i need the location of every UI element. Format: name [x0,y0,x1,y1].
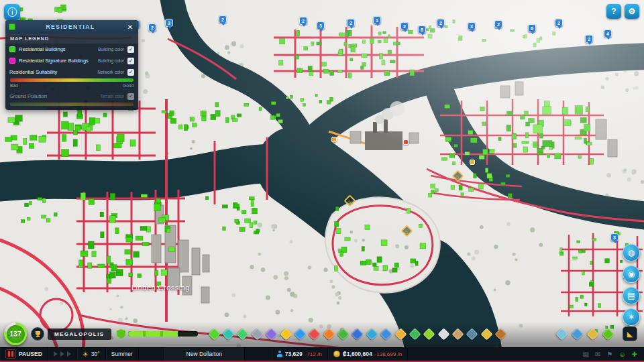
toolbar-economy-panel-icon[interactable] [586,328,598,340]
milestone-label[interactable]: MEGALOPOLIS [48,328,111,340]
photo-mode-button[interactable]: ◉ [623,265,640,283]
legend-mode: Network color [97,70,124,74]
help-button[interactable]: ? [606,4,621,19]
toolbar-tourism-icon[interactable] [495,328,507,340]
toolbar-water-sewage-icon[interactable] [294,328,306,340]
level-badge[interactable]: 137 [4,322,27,345]
weather-section: ☀ 30° [77,347,106,361]
journal-icon[interactable]: ▤ [583,351,589,358]
toolbar-statistics-icon[interactable] [571,328,583,340]
legend-mode: Building color [98,47,124,52]
health-icon[interactable]: ✚ [632,351,637,358]
xp-shield-icon [117,329,125,339]
temperature-value: 30° [91,351,100,357]
toolbar-terraforming-icon[interactable] [451,328,464,340]
close-icon[interactable]: ✕ [125,23,135,31]
speed-controls [48,347,77,361]
toolbar-parks-icon[interactable] [409,328,421,340]
legend-label: Residential Signature Buildings [19,58,95,64]
milestone-flag-icon[interactable]: ⚑ [606,351,612,358]
suitability-gradient [10,78,133,82]
population-icon [277,351,282,357]
toolbar-communications-icon[interactable] [394,328,407,340]
pause-label: PAUSED [19,351,42,357]
level-number: 137 [7,325,25,343]
toolbar-electricity-icon[interactable] [280,328,292,340]
residential-infoview-panel: RESIDENTIAL ✕ MAP LEGEND Residential Bui… [5,20,138,110]
bulldozer-button[interactable]: ◣ [623,326,637,341]
game-screen: Linden Crossing 223223212823262243⌂⌂⌂ ⓘ … [0,0,644,362]
legend-label: Residential Buildings [19,46,95,52]
legend-mode: Building color [98,58,124,63]
toolbar-districts-icon[interactable] [222,328,234,340]
map-options-button[interactable]: ◍ [623,244,640,261]
status-bar: PAUSED ☀ 30° Summer New Dollarton 73,629… [0,347,644,361]
main-toolbar: 137 MEGALOPOLIS ◣ [0,322,644,346]
suitability-checkbox[interactable]: ✓ [127,69,134,76]
toolbar-signature-buildings-icon[interactable] [237,328,249,340]
toolbar-garbage-icon[interactable] [337,328,349,340]
time-controls: PAUSED [0,347,48,361]
sun-icon: ☀ [83,351,89,358]
notes-button[interactable]: ▤ [623,287,640,304]
city-name[interactable]: New Dollarton [164,347,245,361]
scale-bad-label: Bad [10,83,18,88]
legend-row-signature: Residential Signature Buildings Building… [5,55,138,66]
toolbar-progression-icon[interactable] [602,328,614,340]
residential-checkbox[interactable]: ✓ [127,46,134,53]
toolbar-recreation-icon[interactable] [423,328,435,340]
toolbar-roads-icon[interactable] [251,328,263,340]
pollution-gradient [10,103,133,106]
population-section[interactable]: 73,629 -712 /h [272,347,328,361]
legend-header: RESIDENTIAL ✕ [5,20,138,34]
legend-row-pollution: Ground Pollution Terrain color ✓ [5,90,138,102]
residential-swatch [9,46,15,52]
toolbar-photo-mode-icon[interactable] [555,328,568,340]
toolbar-information-icon[interactable] [437,328,449,340]
xp-progress-bar[interactable] [128,331,198,337]
toolbar-police-icon[interactable] [352,328,364,340]
pause-button[interactable] [5,349,16,359]
toolbar-education-icon[interactable] [366,328,378,340]
settings-gear-button[interactable]: ⚙ [625,4,639,19]
population-rate: -712 /h [305,351,322,357]
toolbar-zones-icon[interactable] [208,328,220,340]
xp-progress-fill [128,331,178,337]
money-rate: -138,699 /h [375,351,402,357]
speed-1-button[interactable] [54,351,58,357]
toolbar-economy-icon[interactable] [480,328,492,340]
toolbar-special-icon[interactable] [266,328,278,340]
toolbar-fire-rescue-icon[interactable] [323,328,335,340]
residential-zone-icon [9,23,15,30]
suitability-scale: Bad Good [5,83,138,90]
legend-row-suitability: Residential Suitability Network color ✓ [5,66,138,78]
money-value: ₡1,600,604 [343,351,372,357]
panel-title: RESIDENTIAL [15,23,125,30]
population-value: 73,629 [285,351,303,357]
pollution-checkbox[interactable]: ✓ [127,93,134,100]
money-icon [333,351,340,357]
season-section: Summer [106,347,139,361]
legend-subtitle: MAP LEGEND [5,34,138,44]
speed-3-button[interactable] [67,351,71,357]
legend-mode: Terrain color [100,94,124,99]
toolbar-healthcare-icon[interactable] [309,328,321,340]
side-button-column: ◍◉▤✶ [623,244,640,326]
signature-checkbox[interactable]: ✓ [127,58,134,64]
toolbar-environment-icon[interactable] [466,328,478,340]
toolbar-right-icons [554,330,616,339]
signature-swatch [9,58,15,64]
money-section[interactable]: ₡1,600,604 -138,699 /h [328,347,408,361]
city-name-label: New Dollarton [186,351,222,357]
happiness-icon[interactable]: ☺ [619,351,625,358]
toolbar-transportation-icon[interactable] [380,328,392,340]
season-value: Summer [111,351,133,357]
scale-good-label: Good [123,83,133,88]
speed-2-button[interactable] [60,351,64,357]
legend-label: Ground Pollution [9,93,97,99]
infoviews-button[interactable]: ⓘ [4,4,20,20]
toolbar-icons [207,330,508,339]
mail-icon[interactable]: ✉ [595,351,600,358]
status-icons: ▤✉⚑☺✚ [576,347,644,361]
trophy-icon[interactable] [31,327,44,341]
